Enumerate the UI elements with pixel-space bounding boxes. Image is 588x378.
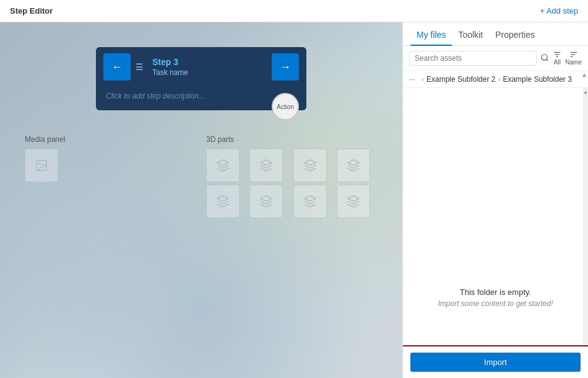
3d-icon (303, 159, 317, 172)
3d-icon (347, 195, 360, 208)
main-layout: ← ☰ Step 3 Task name → Click to add step… (0, 22, 588, 378)
right-panel: My files Toolkit Properties All (402, 22, 588, 378)
search-input[interactable] (409, 51, 537, 66)
list-icon: ☰ (136, 62, 144, 72)
3d-icon (216, 159, 230, 172)
breadcrumb-dots[interactable]: ··· (409, 75, 415, 84)
step-info: Step 3 Task name (147, 57, 272, 77)
step-card-header: ← ☰ Step 3 Task name → (96, 47, 306, 87)
media-panel-grid (25, 149, 196, 182)
step-task-name: Task name (152, 68, 267, 77)
page-title: Step Editor (10, 6, 53, 15)
media-panel-section: Media panel (25, 135, 196, 218)
breadcrumb-chevron-1: › (422, 75, 424, 84)
3d-icon (303, 195, 317, 208)
filter-button[interactable]: All (553, 51, 561, 66)
media-panel-label: Media panel (25, 135, 196, 144)
svg-line-3 (547, 59, 548, 61)
tab-properties[interactable]: Properties (489, 25, 541, 46)
image-icon (35, 159, 48, 172)
sort-label: Name (565, 59, 582, 66)
scroll-down-arrow[interactable]: ▼ (583, 88, 588, 98)
parts-panel-section: 3D parts (206, 135, 378, 218)
part-cell-4[interactable] (337, 149, 370, 182)
add-step-button[interactable]: + Add step (540, 6, 578, 15)
filter-icon (553, 51, 561, 58)
scrollbar-track (583, 98, 588, 345)
breadcrumb: ··· › Example Subfolder 2 › Example Subf… (403, 71, 588, 88)
panels-row: Media panel 3D parts (25, 135, 378, 218)
prev-step-button[interactable]: ← (103, 53, 131, 81)
breadcrumb-chevron-2: › (498, 75, 500, 84)
breadcrumb-item-2[interactable]: Example Subfolder 3 (503, 75, 571, 84)
scroll-up-arrow[interactable]: ▲ (581, 71, 587, 78)
search-button[interactable] (540, 53, 549, 64)
step-card: ← ☰ Step 3 Task name → Click to add step… (96, 47, 306, 110)
part-cell-2[interactable] (249, 149, 283, 182)
parts-panel-label: 3D parts (206, 135, 378, 144)
part-cell-6[interactable] (249, 185, 283, 218)
part-cell-5[interactable] (206, 185, 240, 218)
action-button[interactable]: Action (272, 93, 299, 120)
next-arrow-icon: → (280, 61, 291, 74)
import-button[interactable]: Import (410, 353, 581, 372)
canvas-area: ← ☰ Step 3 Task name → Click to add step… (0, 22, 402, 378)
tab-toolkit[interactable]: Toolkit (452, 25, 489, 46)
sort-icon (569, 51, 578, 58)
part-cell-1[interactable] (206, 149, 240, 182)
3d-icon (347, 159, 360, 172)
folder-content-area: This folder is empty. Import some conten… (403, 88, 588, 345)
parts-grid-row2 (206, 185, 378, 218)
search-icon (540, 53, 549, 62)
3d-icon (216, 195, 230, 208)
search-bar: All Name (403, 46, 588, 71)
sort-button[interactable]: Name (565, 51, 582, 66)
svg-point-1 (38, 162, 40, 164)
prev-arrow-icon: ← (111, 61, 123, 74)
svg-point-2 (542, 54, 547, 59)
part-cell-8[interactable] (337, 185, 370, 218)
parts-grid-row1 (206, 149, 378, 182)
media-cell-1[interactable] (25, 149, 58, 182)
import-section: Import (403, 345, 588, 378)
3d-icon (259, 195, 273, 208)
canvas-content: ← ☰ Step 3 Task name → Click to add step… (0, 22, 402, 231)
folder-hint-text: Import some content to get started! (438, 299, 553, 308)
step-title: Step 3 (152, 57, 267, 67)
tabs: My files Toolkit Properties (403, 22, 588, 46)
tab-my-files[interactable]: My files (410, 25, 452, 46)
folder-empty-text: This folder is empty. (460, 288, 531, 297)
add-step-label: + Add step (540, 6, 578, 15)
breadcrumb-item-1[interactable]: Example Subfolder 2 (426, 75, 495, 84)
folder-empty-state: This folder is empty. Import some conten… (403, 88, 588, 345)
scrollbar: ▼ (583, 88, 588, 345)
filter-label: All (554, 59, 561, 66)
part-cell-3[interactable] (293, 149, 327, 182)
top-bar: Step Editor + Add step (0, 0, 588, 22)
part-cell-7[interactable] (293, 185, 327, 218)
3d-icon (259, 159, 273, 172)
next-step-button[interactable]: → (272, 53, 299, 81)
scroll-indicator: ▲ (581, 71, 588, 87)
